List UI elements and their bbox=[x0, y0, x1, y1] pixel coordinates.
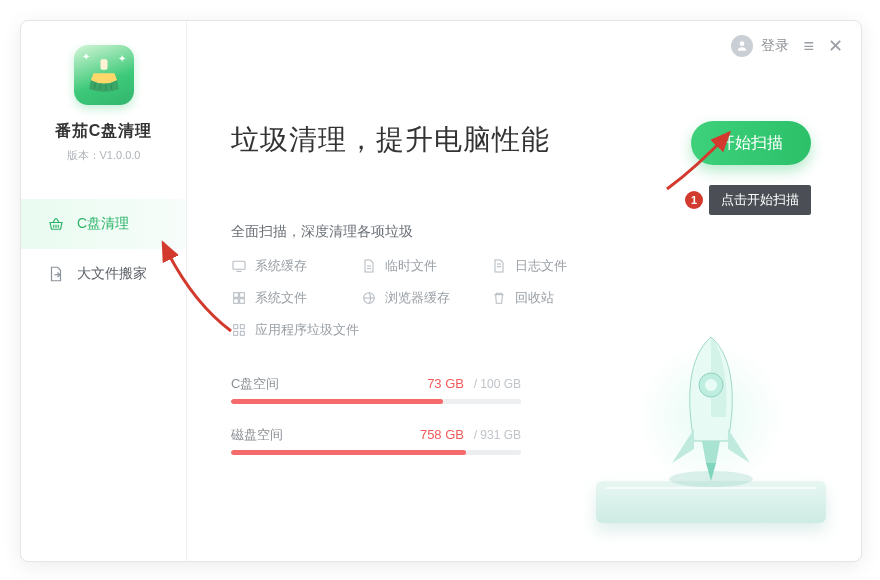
category-app-junk: 应用程序垃圾文件 bbox=[231, 321, 491, 339]
annotation-badge: 1 bbox=[685, 191, 703, 209]
svg-rect-15 bbox=[240, 293, 245, 298]
basket-icon bbox=[47, 215, 65, 233]
svg-rect-21 bbox=[234, 331, 238, 335]
disk-bar bbox=[231, 399, 521, 404]
trash-icon bbox=[491, 290, 507, 306]
disk-row-c: C盘空间 73 GB / 100 GB bbox=[231, 375, 521, 404]
svg-point-23 bbox=[669, 471, 753, 487]
category-label: 浏览器缓存 bbox=[385, 289, 450, 307]
log-icon bbox=[491, 258, 507, 274]
file-icon bbox=[361, 258, 377, 274]
annotation-text: 点击开始扫描 bbox=[709, 185, 811, 215]
file-move-icon bbox=[47, 265, 65, 283]
category-label: 系统文件 bbox=[255, 289, 307, 307]
disk-total: / 931 GB bbox=[474, 428, 521, 442]
disk-used: 758 GB bbox=[420, 427, 464, 442]
svg-rect-20 bbox=[240, 325, 244, 329]
annotation-callout: 1 点击开始扫描 bbox=[685, 185, 811, 215]
svg-rect-19 bbox=[234, 325, 238, 329]
windows-icon bbox=[231, 290, 247, 306]
category-browser-cache: 浏览器缓存 bbox=[361, 289, 491, 307]
scan-subtitle: 全面扫描，深度清理各项垃圾 bbox=[231, 223, 817, 241]
browser-icon bbox=[361, 290, 377, 306]
category-temp-files: 临时文件 bbox=[361, 257, 491, 275]
sidebar-item-label: 大文件搬家 bbox=[77, 265, 147, 283]
disk-total: / 100 GB bbox=[474, 377, 521, 391]
sidebar-item-c-clean[interactable]: C盘清理 bbox=[21, 199, 186, 249]
disk-fill bbox=[231, 450, 466, 455]
sidebar: ✦✦ 番茄C盘清理 版本：V1.0.0.0 C盘清理 bbox=[21, 21, 187, 561]
svg-rect-14 bbox=[234, 293, 239, 298]
disk-fill bbox=[231, 399, 443, 404]
svg-rect-8 bbox=[233, 261, 245, 269]
app-logo: ✦✦ bbox=[74, 45, 134, 105]
category-grid: 系统缓存 临时文件 日志文件 系统文件 浏览器缓存 回收站 bbox=[231, 257, 817, 339]
disk-usage: C盘空间 73 GB / 100 GB 磁盘空间 758 GB / 931 GB bbox=[231, 375, 521, 455]
app-name: 番茄C盘清理 bbox=[55, 121, 153, 142]
apps-icon bbox=[231, 322, 247, 338]
svg-rect-17 bbox=[240, 299, 245, 304]
svg-point-25 bbox=[705, 379, 717, 391]
category-label: 系统缓存 bbox=[255, 257, 307, 275]
start-scan-button[interactable]: 开始扫描 bbox=[691, 121, 811, 165]
rocket-icon bbox=[656, 329, 766, 489]
category-label: 回收站 bbox=[515, 289, 554, 307]
disk-row-all: 磁盘空间 758 GB / 931 GB bbox=[231, 426, 521, 455]
category-label: 日志文件 bbox=[515, 257, 567, 275]
category-system-cache: 系统缓存 bbox=[231, 257, 361, 275]
disk-used: 73 GB bbox=[427, 376, 464, 391]
disk-name: C盘空间 bbox=[231, 375, 279, 393]
disk-name: 磁盘空间 bbox=[231, 426, 283, 444]
disk-bar bbox=[231, 450, 521, 455]
monitor-icon bbox=[231, 258, 247, 274]
category-label: 临时文件 bbox=[385, 257, 437, 275]
main-content: 垃圾清理，提升电脑性能 开始扫描 1 点击开始扫描 全面扫描，深度清理各项垃圾 … bbox=[187, 21, 861, 561]
svg-rect-0 bbox=[100, 59, 107, 70]
svg-rect-22 bbox=[240, 331, 244, 335]
sidebar-item-big-files[interactable]: 大文件搬家 bbox=[21, 249, 186, 299]
category-recycle-bin: 回收站 bbox=[491, 289, 621, 307]
sidebar-item-label: C盘清理 bbox=[77, 215, 129, 233]
app-window: 登录 ≡ ✕ ✦✦ 番茄C盘清理 版本：V1.0.0.0 bbox=[20, 20, 862, 562]
sidebar-menu: C盘清理 大文件搬家 bbox=[21, 199, 186, 299]
svg-point-24 bbox=[699, 373, 723, 397]
app-version: 版本：V1.0.0.0 bbox=[67, 148, 141, 163]
category-system-files: 系统文件 bbox=[231, 289, 361, 307]
category-label: 应用程序垃圾文件 bbox=[255, 321, 359, 339]
svg-rect-16 bbox=[234, 299, 239, 304]
category-log-files: 日志文件 bbox=[491, 257, 621, 275]
